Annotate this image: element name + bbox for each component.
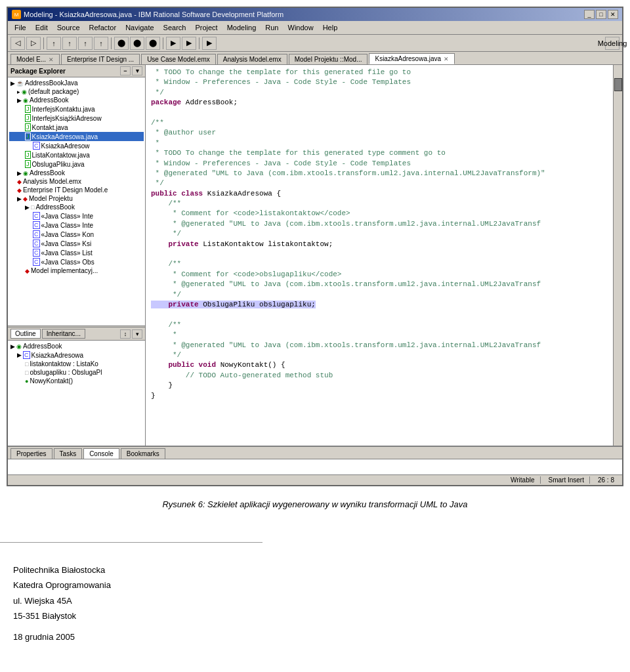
- tree-label: «Java Class» Ksi: [41, 240, 92, 247]
- vertical-scrollbar[interactable]: [613, 65, 622, 446]
- tab-properties[interactable]: Properties: [10, 448, 52, 459]
- tree-label: «Java Class» Obs: [41, 259, 94, 266]
- class-icon: C: [33, 240, 40, 247]
- tree-adressbook[interactable]: ▶ ◉ AdressBook: [9, 169, 144, 177]
- toolbar-btn-run[interactable]: ▶: [202, 37, 217, 50]
- tab-ksiazka-close[interactable]: ✕: [444, 56, 449, 62]
- menu-refactor[interactable]: Refactor: [85, 22, 121, 33]
- outline-tree[interactable]: ▶ ◉ AddressBook ▶ C KsiazkaAdresowa □ li…: [8, 341, 145, 387]
- toolbar-btn-11[interactable]: ▶: [182, 37, 196, 50]
- outline-toolbar-1[interactable]: ↕: [120, 329, 131, 339]
- package-icon: ◉: [23, 97, 28, 104]
- caption: Rysunek 6: Szkielet aplikacji wygenerowa…: [0, 486, 630, 516]
- tree-kontakt[interactable]: J Kontakt.java: [9, 123, 144, 132]
- tree-addressbook-folder[interactable]: ▶ ◉ AddressBook: [9, 96, 144, 104]
- tab-usecase[interactable]: Use Case Model.emx: [141, 54, 216, 64]
- toolbar-btn-3[interactable]: ↑: [47, 37, 61, 50]
- outline-toolbar-2[interactable]: ▾: [132, 329, 142, 339]
- toolbar-btn-4[interactable]: ↑: [62, 37, 77, 50]
- tab-enterprise[interactable]: Enterprise IT Design ...: [61, 54, 140, 64]
- toolbar-btn-10[interactable]: ▶: [166, 37, 180, 50]
- menu-run[interactable]: Run: [261, 22, 282, 33]
- outline-tabs: Outline Inheritanc...: [10, 329, 85, 339]
- project-tree[interactable]: ▶ ☕ AddressBookJava ▸ ◉ (default package…: [8, 77, 145, 326]
- outline-panel[interactable]: ▶ ◉ AddressBook ▶ C KsiazkaAdresowa □ li…: [8, 341, 145, 446]
- tree-ksiazka-class[interactable]: C KsiazkaAdresow: [9, 141, 144, 150]
- tree-java-class-ksi[interactable]: C «Java Class» Ksi: [9, 239, 144, 248]
- outline-label: listakontaktow : ListaKo: [30, 360, 98, 368]
- explorer-menu[interactable]: ▾: [132, 66, 142, 75]
- tree-ksiazka-java[interactable]: J KsiazkaAdresowa.java: [9, 132, 144, 141]
- tree-interfejs-ksiazki[interactable]: J InterfejsKsiążkiAdresow: [9, 114, 144, 123]
- outline-listakontaktow[interactable]: □ listakontaktow : ListaKo: [9, 360, 144, 368]
- close-button[interactable]: ✕: [608, 10, 618, 19]
- outline-tab-outline[interactable]: Outline: [10, 329, 41, 339]
- tab-bookmarks[interactable]: Bookmarks: [121, 448, 165, 459]
- toolbar-btn-5[interactable]: ↑: [78, 37, 93, 50]
- tab-console[interactable]: Console: [83, 448, 119, 459]
- menu-project[interactable]: Project: [191, 22, 221, 33]
- toolbar-btn-6[interactable]: ↑: [94, 37, 108, 50]
- tree-obsluga-pliku[interactable]: J ObslugaPliku.java: [9, 159, 144, 169]
- tree-java-class-kon[interactable]: C «Java Class» Kon: [9, 230, 144, 239]
- outline-addressbook[interactable]: ▶ ◉ AddressBook: [9, 342, 144, 350]
- tree-label: «Java Class» List: [41, 249, 93, 257]
- tree-default-pkg[interactable]: ▸ ◉ (default package): [9, 87, 144, 96]
- tree-java-class-inte1[interactable]: C «Java Class» Inte: [9, 211, 144, 220]
- menu-edit[interactable]: Edit: [32, 22, 52, 33]
- menu-file[interactable]: File: [10, 22, 30, 33]
- tree-model-impl[interactable]: ◆ Model implementacyj...: [9, 266, 144, 275]
- tree-enterprise-model[interactable]: ◆ Enterprise IT Design Model.e: [9, 186, 144, 194]
- tree-model-projektu[interactable]: ▶ ◆ Model Projektu: [9, 194, 144, 203]
- tree-label: InterfejsKsiążkiAdresow: [32, 115, 102, 122]
- maximize-button[interactable]: □: [596, 10, 606, 19]
- tree-interfejs-kontaktu[interactable]: J InterfejsKontaktu.java: [9, 104, 144, 114]
- tab-analysis-label: Analysis Model.emx: [223, 56, 282, 63]
- tab-tasks[interactable]: Tasks: [54, 448, 83, 459]
- menu-source[interactable]: Source: [53, 22, 84, 33]
- toolbar-btn-7[interactable]: ⬤: [114, 37, 129, 50]
- model-icon: ◆: [17, 187, 22, 194]
- tree-java-class-inte2[interactable]: C «Java Class» Inte: [9, 220, 144, 230]
- outline-tab-inheritanc[interactable]: Inheritanc...: [42, 329, 85, 339]
- tab-model-e-close[interactable]: ✕: [49, 56, 54, 63]
- caption-text: Rysunek 6: Szkielet aplikacji wygenerowa…: [162, 499, 467, 509]
- toolbar-btn-2[interactable]: ▷: [26, 37, 41, 50]
- outline-ksiazka[interactable]: ▶ C KsiazkaAdresowa: [9, 350, 144, 360]
- window-title: Modeling - KsiazkaAdresowa.java - IBM Ra…: [24, 10, 284, 18]
- main-area: Package Explorer − ▾ ▶ ☕ AddressBookJava…: [8, 65, 622, 446]
- tree-java-class-obs[interactable]: C «Java Class» Obs: [9, 257, 144, 266]
- tree-label: AdressBook: [30, 169, 65, 177]
- title-bar-left: M Modeling - KsiazkaAdresowa.java - IBM …: [12, 10, 284, 19]
- tree-java-class-list[interactable]: C «Java Class» List: [9, 248, 144, 257]
- toolbar-btn-9[interactable]: ⬤: [146, 37, 160, 50]
- outline-nowykontakt[interactable]: ● NowyKontakt(): [9, 377, 144, 385]
- perspective-btn[interactable]: Modeling: [605, 37, 620, 50]
- menu-window[interactable]: Window: [284, 22, 318, 33]
- toolbar-btn-1[interactable]: ◁: [10, 37, 25, 50]
- tab-model-projektu[interactable]: Model Projektu ::Mod...: [289, 54, 368, 64]
- menu-help[interactable]: Help: [319, 22, 342, 33]
- tab-ksiazka[interactable]: KsiazkaAdresowa.java ✕: [369, 53, 455, 64]
- tree-label: AddressBookJava: [25, 79, 78, 87]
- tree-addressbookjava[interactable]: ▶ ☕ AddressBookJava: [9, 79, 144, 87]
- menu-navigate[interactable]: Navigate: [121, 22, 158, 33]
- tree-label: Analysis Model.emx: [23, 178, 81, 185]
- toolbar-btn-8[interactable]: ⬤: [130, 37, 144, 50]
- title-bar: M Modeling - KsiazkaAdresowa.java - IBM …: [8, 8, 622, 21]
- minimize-button[interactable]: _: [584, 10, 595, 19]
- scrollbar-thumb[interactable]: [614, 78, 622, 91]
- menu-modeling[interactable]: Modeling: [223, 22, 261, 33]
- menu-search[interactable]: Search: [159, 22, 190, 33]
- outline-obslugapliku[interactable]: □ obslugapliku : ObslugaPl: [9, 368, 144, 377]
- tab-model-e[interactable]: Model E... ✕: [10, 54, 60, 64]
- tree-lista-kontaktow[interactable]: J ListaKontaktow.java: [9, 150, 144, 159]
- explorer-collapse[interactable]: −: [120, 66, 131, 75]
- tree-addressbook-sub[interactable]: ▶ □ AddressBook: [9, 203, 144, 211]
- code-editor[interactable]: * TODO To change the template for this g…: [146, 65, 613, 446]
- class-icon: C: [33, 258, 40, 266]
- field-icon: □: [25, 361, 28, 368]
- window-controls[interactable]: _ □ ✕: [584, 10, 618, 19]
- tab-analysis[interactable]: Analysis Model.emx: [217, 54, 287, 64]
- tree-analysis-model[interactable]: ◆ Analysis Model.emx: [9, 177, 144, 186]
